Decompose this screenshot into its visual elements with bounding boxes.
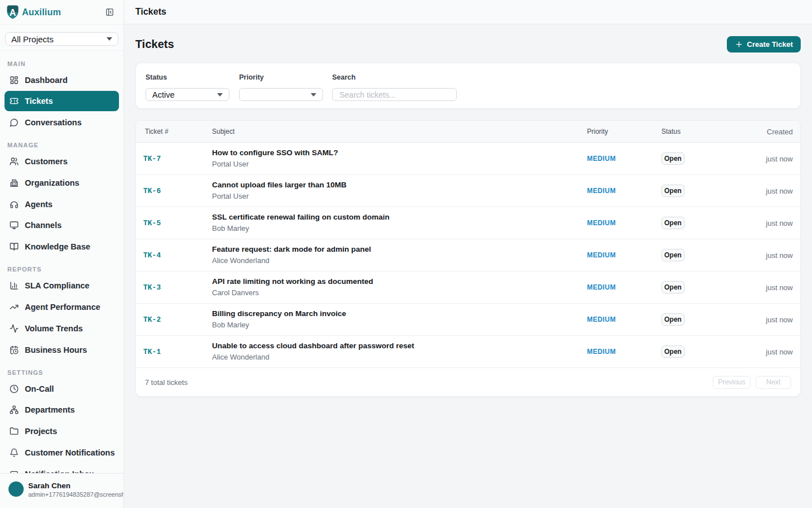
svg-text:A: A: [10, 8, 16, 17]
